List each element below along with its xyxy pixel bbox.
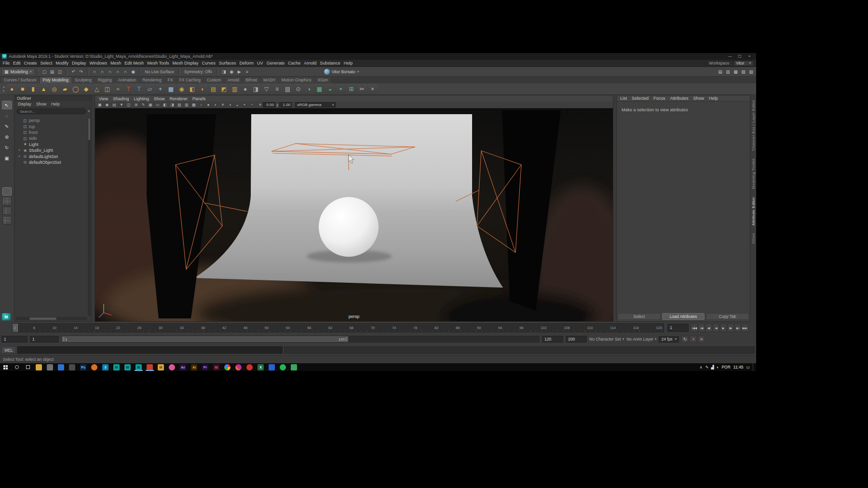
go-to-end[interactable]: ▶▶| [742, 324, 748, 332]
animation-start-field[interactable] [1, 336, 27, 343]
close-button[interactable]: × [745, 53, 754, 60]
snap-to-view-plane[interactable]: ∩ [122, 68, 129, 75]
taskbar-app-photos[interactable] [55, 363, 67, 371]
current-frame-field[interactable] [667, 324, 689, 332]
render-current-frame[interactable]: ◨ [220, 68, 228, 75]
shelf-icon-poly-cylinder[interactable]: ▮ [28, 84, 38, 94]
menu-substance[interactable]: Substance [318, 60, 342, 66]
shelf-tab-rendering[interactable]: Rendering [140, 77, 164, 83]
menu-deform[interactable]: Deform [238, 60, 256, 66]
motion-blur[interactable]: ◓ [241, 102, 248, 108]
shelf-icon-uv-cylindrical-projection[interactable]: ◒ [325, 84, 335, 94]
shelf-icon-target-weld[interactable]: ⊙ [293, 84, 303, 94]
menu-modify[interactable]: Modify [54, 60, 70, 66]
shelf-options[interactable]: ▸ [3, 89, 4, 92]
taskbar-app-instagram[interactable] [233, 363, 244, 371]
taskbar-app-app-red[interactable] [244, 363, 255, 371]
new-scene[interactable]: ▢ [41, 68, 48, 75]
menu-mesh-display[interactable]: Mesh Display [171, 60, 200, 66]
safe-action[interactable]: ▥ [183, 102, 190, 108]
snap-to-projected-center[interactable]: ∩ [114, 68, 122, 75]
command-output[interactable] [284, 346, 755, 354]
snap-to-point[interactable]: ∩ [107, 68, 114, 75]
go-to-start[interactable]: |◀◀ [691, 324, 698, 332]
shelf-tab-animation[interactable]: Animation [115, 77, 139, 83]
shelf-tab-arnold[interactable]: Arnold [224, 77, 242, 83]
tray-network[interactable]: ▟ [711, 365, 714, 369]
outliner-menu-help[interactable]: Help [49, 102, 61, 106]
taskbar-app-app-green[interactable] [288, 363, 299, 371]
expand-icon[interactable]: + [17, 155, 21, 158]
menu-surfaces[interactable]: Surfaces [217, 60, 238, 66]
maximize-button[interactable]: ▢ [735, 53, 745, 60]
taskbar-app-photoshop[interactable]: Ps [78, 363, 89, 371]
outliner-horizontal-scrollbar[interactable] [16, 317, 87, 320]
paint-select-tool[interactable]: ✎ [2, 122, 12, 131]
menu-mesh[interactable]: Mesh [109, 60, 123, 66]
taskbar-app-illustrator[interactable]: Ai [189, 363, 200, 371]
lasso-tool[interactable]: ◌ [2, 111, 12, 120]
outliner-item-side[interactable]: + ◫ side [15, 135, 87, 141]
shadows[interactable]: ◑ [227, 102, 233, 108]
scale-tool[interactable]: ▣ [2, 154, 12, 162]
play-backwards[interactable]: ◀ [713, 324, 719, 332]
expand-icon[interactable]: + [17, 148, 21, 152]
snap-to-grid[interactable]: ∩ [91, 68, 98, 75]
resolution-gate[interactable]: ◧ [162, 102, 168, 108]
isolate-select[interactable]: ◔ [248, 102, 255, 108]
tray-pen[interactable]: ✎ [705, 365, 709, 369]
menu-display[interactable]: Display [70, 60, 88, 66]
toggle-attribute-editor[interactable]: ▤ [717, 68, 724, 75]
shelf-tab-custom[interactable]: Custom [204, 77, 224, 83]
attribute-editor-menu-attributes[interactable]: Attributes [668, 96, 691, 101]
shelf-tab-curves-surfaces[interactable]: Curves / Surfaces [1, 77, 40, 83]
viewport-menu-shading[interactable]: Shading [111, 96, 131, 101]
shelf-icon-quad-draw[interactable]: ▦ [166, 84, 176, 94]
ambient-occlusion[interactable]: ◒ [234, 102, 241, 108]
menu-windows[interactable]: Windows [88, 60, 109, 66]
language-indicator[interactable]: POR [721, 365, 730, 369]
taskbar-app-app-gray[interactable] [44, 363, 55, 371]
viewport-menu-view[interactable]: View [97, 96, 110, 101]
taskbar-app-app-pink[interactable] [166, 363, 177, 371]
select-camera[interactable]: ▣ [96, 102, 103, 108]
taskbar-app-store[interactable] [67, 363, 78, 371]
attribute-editor-menu-focus[interactable]: Focus [651, 96, 667, 101]
shelf-icon-extrude[interactable]: ▤ [208, 84, 218, 94]
viewport-menu-panels[interactable]: Panels [190, 96, 208, 101]
menu-cache[interactable]: Cache [286, 60, 302, 66]
attribute-editor-menu-help[interactable]: Help [707, 96, 720, 101]
shelf-icon-smooth[interactable]: ● [240, 84, 250, 94]
tray-volume[interactable]: ◖ [717, 365, 719, 369]
taskbar-app-spotify[interactable] [277, 363, 288, 371]
lock-camera[interactable]: ◉ [104, 102, 110, 108]
snap-to-curve[interactable]: ∩ [99, 68, 106, 75]
shelf-icon-uv-spherical-projection[interactable]: ◓ [336, 84, 346, 94]
single-pane-layout[interactable] [2, 187, 12, 196]
taskbar-app-app-blue[interactable] [266, 363, 277, 371]
taskbar-app-file-explorer[interactable] [33, 363, 44, 371]
exposure-icon[interactable]: ☀ [258, 103, 262, 107]
grease-pencil[interactable]: ✎ [140, 102, 147, 108]
shelf-icon-separate[interactable]: ◧ [187, 84, 197, 94]
taskbar-app-after-effects[interactable]: Ae [177, 363, 189, 371]
outliner-item-front[interactable]: + ◫ front [15, 130, 87, 135]
select-tool[interactable]: ↖ [2, 101, 12, 109]
outliner-menu-display[interactable]: Display [16, 102, 33, 106]
shelf-icon-uv-automatic-projection[interactable]: ▩ [314, 84, 325, 94]
show-desktop-button[interactable] [753, 363, 754, 371]
viewport-canvas[interactable] [95, 108, 613, 321]
shelf-tab-fx[interactable]: FX [165, 77, 176, 83]
four-pane-layout[interactable] [2, 197, 12, 205]
task-view-button[interactable] [22, 363, 33, 371]
wireframe-display[interactable]: ○ [198, 102, 204, 108]
taskbar-app-mudbox[interactable]: M [155, 363, 166, 371]
auto-keyframe[interactable]: ● [690, 336, 697, 343]
menu-create[interactable]: Create [22, 60, 39, 66]
render-sequence[interactable]: ▶ [236, 68, 243, 75]
shelf-icon-sew-uv[interactable]: × [367, 84, 378, 94]
image-plane[interactable]: ◫ [125, 102, 132, 108]
menu-generate[interactable]: Generate [265, 60, 286, 66]
shelf-tab-motion-graphics[interactable]: Motion Graphics [279, 77, 314, 83]
outliner-menu-show[interactable]: Show [34, 102, 48, 106]
